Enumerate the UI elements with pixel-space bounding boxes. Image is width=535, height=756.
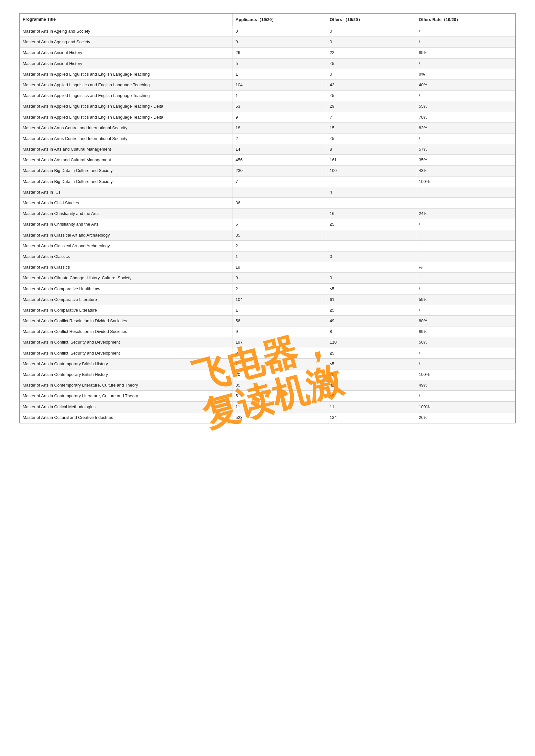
cell-offers: 7 [327,112,416,122]
cell-rate: 35% [416,155,515,166]
table-row: Master of Arts in Conflict, Security and… [20,348,515,359]
cell-offers: 11 [327,401,416,412]
cell-program: Master of Arts in Conflict Resolution in… [20,316,233,326]
cell-offers [327,230,416,240]
cell-rate: / [416,26,515,37]
table-header-row: Programme Title Applicants（19/20） Offers… [20,14,515,26]
cell-rate: 49% [416,380,515,391]
cell-rate: / [416,219,515,230]
cell-program: Master of Arts in Big Data in Culture an… [20,176,233,187]
cell-applicants: 14 [233,144,327,155]
cell-offers: 61 [327,294,416,305]
cell-applicants: 20 [233,369,327,380]
cell-rate: 100% [416,176,515,187]
table-row: Master of Arts in Comparative Literature… [20,305,515,315]
cell-program: Master of Arts in …s [20,187,233,198]
cell-offers [327,176,416,187]
cell-offers: 42 [327,79,416,90]
cell-offers: 42 [327,380,416,391]
cell-program: Master of Arts in Contemporary British H… [20,359,233,369]
cell-offers: 22 [327,47,416,58]
cell-offers: ≤5 [327,391,416,401]
cell-applicants: 2 [233,133,327,144]
cell-program: Master of Arts in Cultural and Creative … [20,412,233,423]
table-row: Master of Arts in Contemporary Literatur… [20,380,515,391]
cell-program: Master of Arts in Applied Linguistics an… [20,91,233,101]
data-table: Programme Title Applicants（19/20） Offers… [20,13,515,423]
table-row: Master of Arts in Applied Linguistics an… [20,91,515,101]
cell-rate: / [416,133,515,144]
table-row: Master of Arts in Big Data in Culture an… [20,166,515,176]
cell-rate: 59% [416,294,515,305]
cell-program: Master of Arts in Christianity and the A… [20,208,233,219]
cell-program: Master of Arts in Christianity and the A… [20,219,233,230]
cell-applicants: 5 [233,391,327,401]
cell-rate: / [416,391,515,401]
table-row: Master of Arts in Applied Linguistics an… [20,101,515,112]
cell-offers: ≤5 [327,58,416,69]
table-row: Master of Arts in Conflict Resolution in… [20,316,515,326]
cell-rate: 83% [416,122,515,133]
cell-rate: 40% [416,79,515,90]
cell-program: Master of Arts in Ancient History [20,47,233,58]
table-row: Master of Arts in Classical Art and Arch… [20,240,515,251]
cell-program: Master of Arts in Ageing and Society [20,26,233,37]
cell-offers: 110 [327,337,416,348]
table-row: Master of Arts in Christianity and the A… [20,219,515,230]
cell-program: Master of Arts in Classical Art and Arch… [20,230,233,240]
cell-offers: ≤5 [327,348,416,359]
cell-rate [416,240,515,251]
cell-program: Master of Arts in Applied Linguistics an… [20,101,233,112]
cell-applicants: 0 [233,37,327,47]
table-row: Master of Arts in Critical Methodologies… [20,401,515,412]
table-row: Master of Arts in Contemporary Literatur… [20,391,515,401]
cell-rate: 89% [416,326,515,337]
cell-applicants: 104 [233,79,327,90]
cell-program: Master of Arts in Ageing and Society [20,37,233,47]
cell-applicants: 9 [233,112,327,122]
cell-rate: / [416,58,515,69]
cell-applicants [233,187,327,198]
cell-rate: 0% [416,69,515,79]
table-row: Master of Arts in Christianity and the A… [20,208,515,219]
cell-rate: 57% [416,144,515,155]
cell-applicants: 19 [233,262,327,273]
cell-program: Master of Arts in Conflict, Security and… [20,337,233,348]
table-row: Master of Arts in Big Data in Culture an… [20,176,515,187]
cell-offers: ≤5 [327,284,416,294]
cell-program: Master of Arts in Classical Art and Arch… [20,240,233,251]
table-row: Master of Arts in Child Studies36 [20,198,515,208]
cell-applicants: 5 [233,58,327,69]
cell-rate: / [416,284,515,294]
cell-offers: 16 [327,208,416,219]
cell-offers: 100 [327,166,416,176]
cell-rate: / [416,348,515,359]
table-row: Master of Arts in Arts and Cultural Mana… [20,144,515,155]
cell-applicants: 0 [233,26,327,37]
table-body: Master of Arts in Ageing and Society00/M… [20,26,515,423]
table-row: Master of Arts in Applied Linguistics an… [20,69,515,79]
cell-rate [416,198,515,208]
table-row: Master of Arts in Contemporary British H… [20,369,515,380]
cell-applicants: 2 [233,284,327,294]
cell-rate: / [416,91,515,101]
cell-offers: 134 [327,412,416,423]
cell-program: Master of Arts in Contemporary Literatur… [20,380,233,391]
cell-applicants: 1 [233,91,327,101]
cell-rate: 24% [416,208,515,219]
cell-rate [416,273,515,284]
cell-applicants: 6 [233,219,327,230]
cell-applicants: 1 [233,69,327,79]
cell-offers: 0 [327,251,416,262]
cell-applicants: 9 [233,326,327,337]
cell-rate: / [416,359,515,369]
cell-offers: 4 [327,187,416,198]
table-row: Master of Arts in Cultural and Creative … [20,412,515,423]
table-row: Master of Arts in Ancient History262285% [20,47,515,58]
cell-applicants: 35 [233,230,327,240]
table-row: Master of Arts in Classical Art and Arch… [20,230,515,240]
cell-applicants [233,208,327,219]
cell-offers: 161 [327,155,416,166]
cell-offers: ≤5 [327,219,416,230]
table-row: Master of Arts in Classics10 [20,251,515,262]
